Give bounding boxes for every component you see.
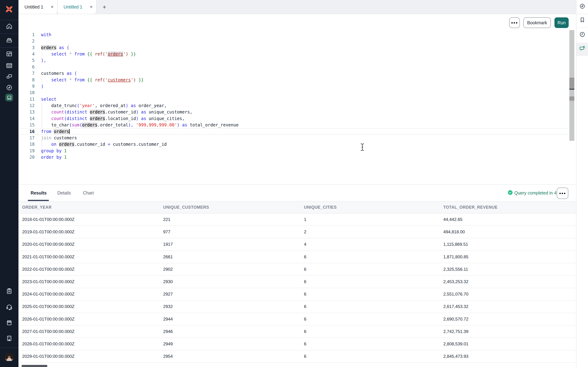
code-line[interactable]: 4 select * from {{ ref('orders') }}	[18, 51, 569, 57]
sql-editor[interactable]: 1with23orders as (4 select * from {{ ref…	[18, 28, 576, 184]
table-cell[interactable]: 494,818.00	[443, 229, 576, 234]
table-cell[interactable]: 6	[304, 254, 443, 259]
table-cell[interactable]: 6	[304, 329, 443, 334]
table-cell[interactable]: 2,325,556.11	[443, 267, 576, 272]
table-cell[interactable]: 2019-01-01T00:00:00.000Z	[22, 229, 163, 234]
table-cell[interactable]: 2024-01-01T00:00:00.000Z	[22, 292, 163, 297]
sidebar-item-docs[interactable]	[0, 317, 18, 328]
table-cell[interactable]: 1917	[163, 242, 304, 247]
sidebar-item-organization[interactable]	[0, 332, 18, 344]
table-row[interactable]: 2021-01-01T00:00:00.000Z266161,871,800.8…	[18, 251, 576, 263]
table-cell[interactable]: 2946	[163, 329, 304, 334]
table-cell[interactable]: 2,617,453.32	[443, 304, 576, 309]
table-cell[interactable]: 2879	[163, 366, 304, 367]
table-cell[interactable]: 221	[163, 217, 304, 222]
code-line[interactable]: 2	[18, 38, 569, 44]
sidebar-item-ai-assistant[interactable]	[577, 44, 588, 54]
more-options-button[interactable]: ●●●	[509, 17, 520, 28]
table-cell[interactable]: 2,742,751.39	[443, 329, 576, 334]
sidebar-item-home[interactable]	[0, 20, 18, 32]
sidebar-item-dashboards[interactable]	[0, 48, 18, 60]
table-cell[interactable]: 4	[304, 242, 443, 247]
table-cell[interactable]: 2902	[163, 267, 304, 272]
sidebar-item-support[interactable]	[0, 301, 18, 313]
table-row[interactable]: 2019-01-01T00:00:00.000Z9772494,818.00	[18, 226, 576, 238]
table-cell[interactable]: 2927	[163, 292, 304, 297]
table-cell[interactable]: 2018-01-01T00:00:00.000Z	[22, 217, 163, 222]
code-line[interactable]: 5),	[18, 57, 569, 64]
code-line[interactable]: 13 count(distinct orders.customer_id) as…	[18, 109, 569, 115]
table-cell[interactable]: 2,453,253.32	[443, 279, 576, 284]
code-line[interactable]: 20order by 1	[18, 154, 569, 160]
table-cell[interactable]: 2022-01-01T00:00:00.000Z	[22, 267, 163, 272]
table-cell[interactable]: 2023-01-01T00:00:00.000Z	[22, 279, 163, 284]
table-cell[interactable]: 2,845,473.93	[443, 354, 576, 359]
table-cell[interactable]: 2021-01-01T00:00:00.000Z	[22, 254, 163, 259]
user-avatar[interactable]	[5, 353, 13, 361]
table-row[interactable]: 2023-01-01T00:00:00.000Z293062,453,253.3…	[18, 276, 576, 288]
code-line[interactable]: 8 select * from {{ ref('customers') }}	[18, 77, 569, 83]
column-header[interactable]: UNIQUE_CUSTOMERS	[163, 205, 304, 210]
table-cell[interactable]: 2,551,076.70	[443, 292, 576, 297]
results-more-button[interactable]: ●●●	[557, 188, 568, 199]
code-line[interactable]: 19group by 1	[18, 148, 569, 154]
run-button[interactable]: Run	[554, 17, 569, 28]
table-cell[interactable]: 2,690,570.72	[443, 317, 576, 322]
table-cell[interactable]: 6	[304, 354, 443, 359]
bookmark-button[interactable]: Bookmark	[523, 17, 551, 28]
sidebar-item-apps[interactable]	[0, 70, 18, 83]
code-line[interactable]: 12 date_trunc('year', ordered_at) as ord…	[18, 102, 569, 109]
table-cell[interactable]: 2949	[163, 342, 304, 346]
table-cell[interactable]: 2020-01-01T00:00:00.000Z	[22, 242, 163, 247]
sidebar-item-history[interactable]	[577, 30, 588, 41]
table-cell[interactable]: 2930	[163, 279, 304, 284]
code-line[interactable]: 17join customers	[18, 135, 569, 141]
column-header[interactable]: TOTAL_ORDER_REVENUE	[443, 205, 576, 210]
close-icon[interactable]: ✕	[87, 5, 93, 9]
table-cell[interactable]: 2028-01-01T00:00:00.000Z	[22, 342, 163, 346]
tab-chart[interactable]: Chart	[83, 185, 94, 201]
table-cell[interactable]: 1,841,049.32	[443, 366, 576, 367]
column-header[interactable]: ORDER_YEAR	[22, 205, 163, 210]
table-row[interactable]: 2030-01-01T00:00:00.000Z287961,841,049.3…	[18, 363, 576, 367]
code-line[interactable]: 14 count(distinct orders.location_id) as…	[18, 116, 569, 122]
table-row[interactable]: 2024-01-01T00:00:00.000Z292762,551,076.7…	[18, 288, 576, 300]
tab-untitled-1[interactable]: Untitled 1 ✕	[18, 0, 58, 14]
table-cell[interactable]: 44,442.65	[443, 217, 576, 222]
tab-results[interactable]: Results	[31, 185, 46, 201]
table-cell[interactable]: 1,871,800.85	[443, 254, 576, 259]
table-cell[interactable]: 2661	[163, 254, 304, 259]
sidebar-item-explore-right[interactable]	[577, 2, 588, 12]
table-row[interactable]: 2026-01-01T00:00:00.000Z294462,690,570.7…	[18, 313, 576, 325]
table-cell[interactable]: 6	[304, 292, 443, 297]
sidebar-item-code-editor[interactable]	[0, 59, 18, 72]
table-cell[interactable]: 2026-01-01T00:00:00.000Z	[22, 317, 163, 322]
tab-untitled-2[interactable]: Untitled 1 ✕	[58, 0, 96, 14]
code-line[interactable]: 11select	[18, 96, 569, 102]
table-cell[interactable]: 6	[304, 342, 443, 346]
scrollbar-thumb[interactable]	[569, 78, 574, 89]
code-line[interactable]: 1with	[18, 32, 569, 38]
table-cell[interactable]: 2932	[163, 304, 304, 309]
table-cell[interactable]: 6	[304, 279, 443, 284]
code-line[interactable]: 6	[18, 64, 569, 70]
sidebar-item-explore[interactable]	[0, 82, 18, 94]
new-tab-button[interactable]: +	[96, 0, 112, 14]
table-cell[interactable]: 6	[304, 317, 443, 322]
table-cell[interactable]: 2954	[163, 354, 304, 359]
table-cell[interactable]: 6	[304, 304, 443, 309]
table-cell[interactable]: 2	[304, 229, 443, 234]
tab-details[interactable]: Details	[57, 185, 71, 201]
table-cell[interactable]: 2029-01-01T00:00:00.000Z	[22, 354, 163, 359]
sidebar-item-inbox[interactable]	[0, 34, 18, 46]
sidebar-item-tasks[interactable]	[0, 285, 18, 297]
table-cell[interactable]: 6	[304, 366, 443, 367]
table-cell[interactable]: 6	[304, 267, 443, 272]
code-line[interactable]: 15 to_char(sum(orders.order_total), '999…	[18, 122, 569, 128]
code-line[interactable]: 7customers as (	[18, 70, 569, 77]
code-line[interactable]: 9)	[18, 83, 569, 90]
editor-scrollbar[interactable]	[569, 30, 574, 141]
table-row[interactable]: 2022-01-01T00:00:00.000Z290262,325,556.1…	[18, 263, 576, 276]
close-icon[interactable]: ✕	[48, 5, 54, 9]
code-line[interactable]: 3orders as (	[18, 44, 569, 51]
